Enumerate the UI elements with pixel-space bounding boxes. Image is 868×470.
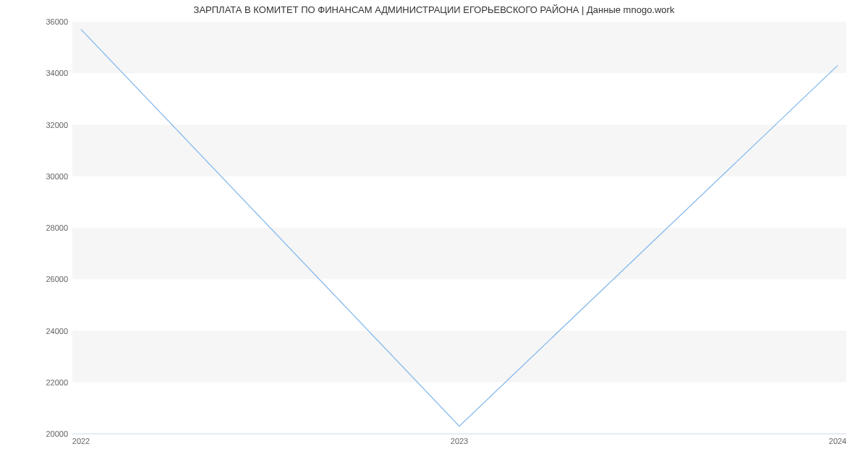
plot-band — [72, 228, 846, 279]
plot-band — [72, 331, 846, 383]
y-tick-label: 30000 — [17, 172, 68, 181]
y-tick-label: 24000 — [17, 327, 68, 336]
y-tick-label: 34000 — [17, 69, 68, 77]
x-tick-label: 2022 — [72, 437, 90, 445]
y-tick-label: 20000 — [17, 430, 68, 438]
x-tick-label: 2024 — [829, 437, 846, 445]
chart-container: ЗАРПЛАТА В КОМИТЕТ ПО ФИНАНСАМ АДМИНИСТР… — [0, 0, 868, 470]
y-tick-label: 36000 — [17, 17, 68, 26]
bands-group — [72, 22, 846, 383]
line-layer — [72, 22, 846, 434]
x-tick-label: 2023 — [451, 437, 468, 445]
y-tick-label: 22000 — [17, 378, 68, 387]
plot-band — [72, 22, 846, 73]
y-tick-label: 26000 — [17, 275, 68, 283]
chart-title: ЗАРПЛАТА В КОМИТЕТ ПО ФИНАНСАМ АДМИНИСТР… — [0, 4, 868, 15]
plot-area — [72, 22, 846, 434]
plot-band — [72, 125, 846, 176]
y-tick-label: 28000 — [17, 223, 68, 232]
y-tick-label: 32000 — [17, 121, 68, 129]
